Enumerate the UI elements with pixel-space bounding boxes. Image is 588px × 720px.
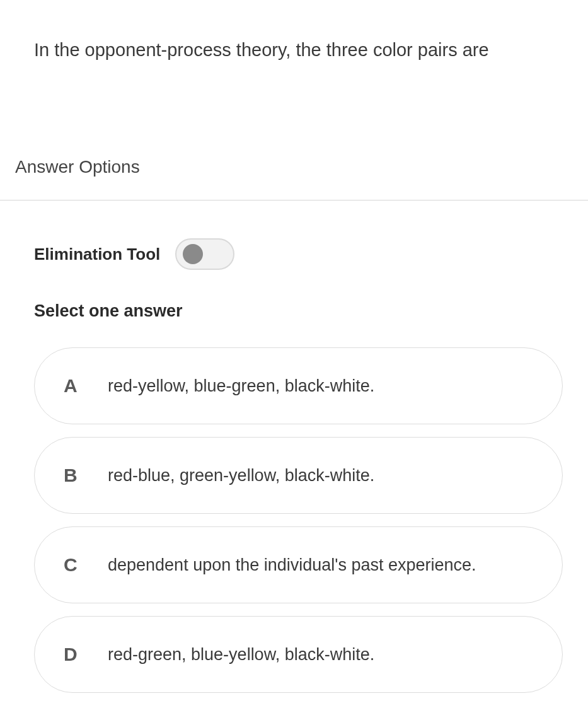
elimination-tool-row: Elimination Tool — [34, 238, 554, 270]
option-text: dependent upon the individual's past exp… — [108, 554, 476, 576]
question-block: In the opponent-process theory, the thre… — [0, 0, 588, 62]
elimination-tool-label: Elimination Tool — [34, 245, 160, 264]
tools-area: Elimination Tool Select one answer — [0, 200, 588, 321]
option-c[interactable]: C dependent upon the individual's past e… — [34, 526, 563, 603]
option-letter: D — [64, 644, 108, 665]
question-text: In the opponent-process theory, the thre… — [34, 38, 554, 62]
option-text: red-blue, green-yellow, black-white. — [108, 465, 374, 487]
option-letter: A — [64, 375, 108, 397]
options-list: A red-yellow, blue-green, black-white. B… — [0, 321, 588, 693]
select-instruction: Select one answer — [34, 301, 554, 321]
option-text: red-green, blue-yellow, black-white. — [108, 644, 374, 666]
option-letter: C — [64, 554, 108, 576]
option-a[interactable]: A red-yellow, blue-green, black-white. — [34, 347, 563, 424]
option-b[interactable]: B red-blue, green-yellow, black-white. — [34, 437, 563, 514]
option-text: red-yellow, blue-green, black-white. — [108, 375, 374, 397]
option-letter: B — [64, 465, 108, 486]
elimination-tool-toggle[interactable] — [175, 238, 234, 270]
toggle-knob-icon — [183, 244, 203, 264]
option-d[interactable]: D red-green, blue-yellow, black-white. — [34, 616, 563, 693]
answer-options-heading: Answer Options — [0, 157, 588, 177]
